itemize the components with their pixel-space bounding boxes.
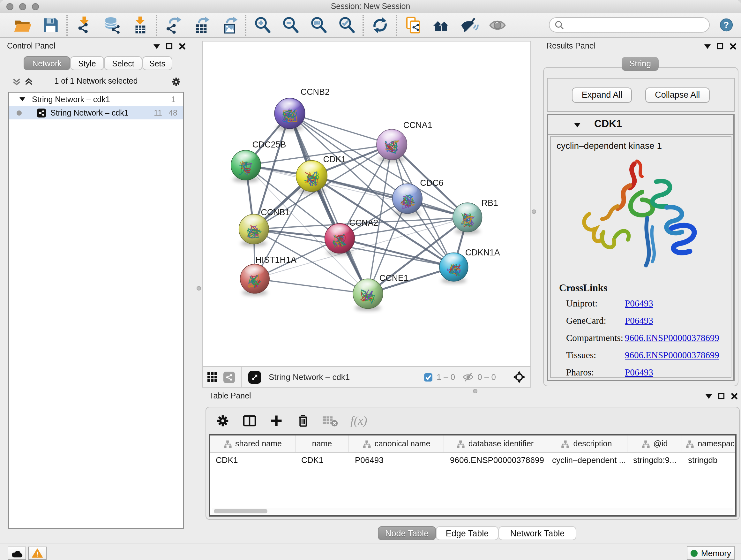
scrollbar-thumb[interactable]: [214, 509, 267, 513]
section-collapse-arrow-icon[interactable]: [574, 122, 581, 128]
close-panel-icon[interactable]: [179, 43, 186, 50]
home-button[interactable]: [431, 15, 451, 35]
save-session-button[interactable]: [41, 15, 60, 35]
network-overview-share-icon[interactable]: [223, 371, 235, 383]
delete-column-trash-icon[interactable]: [295, 413, 311, 428]
tab-node-table[interactable]: Node Table: [378, 526, 436, 540]
float-panel-icon[interactable]: [717, 43, 724, 50]
node-CCNB1[interactable]: [239, 214, 269, 246]
zoom-out-button[interactable]: [281, 15, 300, 35]
cloud-status-button[interactable]: [8, 547, 26, 560]
import-network-from-database-button[interactable]: [102, 15, 121, 35]
collapse-panel-icon[interactable]: [705, 393, 712, 399]
splitter-handle[interactable]: [532, 209, 536, 214]
crosslink-link[interactable]: P06493: [625, 298, 653, 309]
column-header-namespace[interactable]: namespace: [682, 435, 737, 452]
show-eye-button[interactable]: [488, 15, 507, 35]
table-options-gear-icon[interactable]: [215, 413, 230, 428]
column-header-shared-name[interactable]: shared name: [210, 435, 295, 452]
network-collection-row[interactable]: String Network – cdk1 1: [9, 92, 183, 106]
table-cell[interactable]: stringdb: [682, 453, 737, 468]
column-header-label: database identifier: [468, 439, 534, 448]
table-cell[interactable]: cyclin–dependent ...: [546, 453, 627, 468]
float-panel-icon[interactable]: [718, 393, 725, 400]
help-button[interactable]: ?: [719, 18, 733, 32]
zoom-selected-button[interactable]: [337, 15, 356, 35]
network-row-selected[interactable]: String Network – cdk1 11 48: [9, 106, 183, 119]
zoom-in-button[interactable]: [253, 15, 272, 35]
show-columns-icon[interactable]: [242, 413, 257, 428]
export-table-button[interactable]: [192, 15, 211, 35]
tab-select[interactable]: Select: [104, 56, 142, 70]
zoom-fit-button[interactable]: [309, 15, 328, 35]
close-panel-icon[interactable]: [730, 43, 737, 50]
node-CCNE1[interactable]: [353, 279, 383, 311]
tab-sets[interactable]: Sets: [142, 56, 172, 70]
column-header-database-identifier[interactable]: database identifier: [444, 435, 546, 452]
crosslink-link[interactable]: P06493: [625, 367, 653, 378]
collapse-panel-icon[interactable]: [153, 43, 160, 50]
open-in-new-window-icon[interactable]: [248, 371, 261, 383]
column-header--id[interactable]: @id: [627, 435, 682, 452]
collapse-panel-icon[interactable]: [704, 43, 711, 50]
table-cell[interactable]: stringdb:9...: [627, 453, 682, 468]
table-row[interactable]: CDK1CDK1P064939606.ENSP00000378699cyclin…: [210, 453, 735, 468]
tab-edge-table[interactable]: Edge Table: [436, 526, 498, 540]
hide-detail-button[interactable]: [460, 15, 479, 35]
crosslink-link[interactable]: P06493: [625, 315, 653, 326]
tab-style[interactable]: Style: [70, 56, 104, 70]
birds-eye-grid-icon[interactable]: [207, 372, 218, 382]
tree-expand-arrow-icon[interactable]: [19, 97, 25, 102]
selected-checkbox-icon[interactable]: [424, 373, 433, 381]
node-CDC25B[interactable]: [231, 150, 261, 183]
refresh-button[interactable]: [370, 15, 389, 35]
horizontal-scrollbar[interactable]: [212, 508, 733, 514]
clone-network-button[interactable]: [403, 15, 422, 35]
crosslink-label: Compartments:: [566, 333, 623, 344]
hidden-eye-slash-icon[interactable]: [463, 372, 474, 382]
table-cell[interactable]: CDK1: [295, 453, 349, 468]
edge-HIST1H1A-CCNE1[interactable]: [255, 279, 368, 294]
add-column-icon[interactable]: [269, 413, 284, 428]
open-session-button[interactable]: [13, 15, 32, 35]
edge-CDK1-RB1[interactable]: [312, 176, 468, 217]
search-input[interactable]: [549, 17, 710, 33]
string-network-graph[interactable]: CCNB2CCNA1CDC25BCDK1CDC6RB1CCNB1CCNA2CDK…: [203, 42, 530, 366]
network-options-gear-icon[interactable]: [171, 76, 182, 87]
import-network-button[interactable]: [74, 15, 93, 35]
node-CCNA1[interactable]: [377, 129, 407, 162]
gene-section-header[interactable]: CDK1: [548, 115, 733, 135]
import-table-button[interactable]: [130, 15, 149, 35]
export-image-button[interactable]: [219, 15, 239, 35]
column-header-name[interactable]: name: [295, 435, 349, 452]
node-CCNA2[interactable]: [325, 224, 355, 256]
node-HIST1H1A[interactable]: [240, 264, 270, 296]
node-CDKN1A[interactable]: [440, 253, 468, 283]
fit-selected-crosshair-icon[interactable]: [513, 371, 525, 383]
node-RB1[interactable]: [453, 203, 482, 234]
memory-button[interactable]: Memory: [687, 546, 735, 560]
edge-CCNB2-CCNA1[interactable]: [290, 113, 392, 145]
table-cell[interactable]: 9606.ENSP00000378699: [444, 453, 546, 468]
collapse-all-button[interactable]: Collapse All: [645, 87, 710, 103]
column-header-canonical-name[interactable]: canonical name: [349, 435, 444, 452]
hidden-node-edge-counts: 0 – 0: [477, 372, 496, 382]
network-canvas[interactable]: CCNB2CCNA1CDC25BCDK1CDC6RB1CCNB1CCNA2CDK…: [202, 41, 531, 367]
crosslink-link[interactable]: 9606.ENSP00000378699: [625, 350, 719, 361]
splitter-handle[interactable]: [197, 286, 201, 291]
export-network-button[interactable]: [163, 15, 183, 35]
crosslink-link[interactable]: 9606.ENSP00000378699: [625, 333, 719, 344]
node-CDC6[interactable]: [393, 184, 422, 216]
table-cell[interactable]: P06493: [349, 453, 444, 468]
warnings-button[interactable]: [28, 547, 47, 560]
node-table[interactable]: shared namenamecanonical namedatabase id…: [209, 434, 737, 516]
node-label-CCNB1: CCNB1: [261, 207, 290, 217]
float-panel-icon[interactable]: [166, 43, 173, 50]
column-header-description[interactable]: description: [546, 435, 627, 452]
tab-string[interactable]: String: [622, 57, 659, 71]
tab-network[interactable]: Network: [23, 56, 70, 70]
tab-network-table[interactable]: Network Table: [498, 526, 576, 540]
table-cell[interactable]: CDK1: [210, 453, 295, 468]
expand-all-button[interactable]: Expand All: [572, 87, 632, 103]
close-panel-icon[interactable]: [731, 393, 738, 400]
